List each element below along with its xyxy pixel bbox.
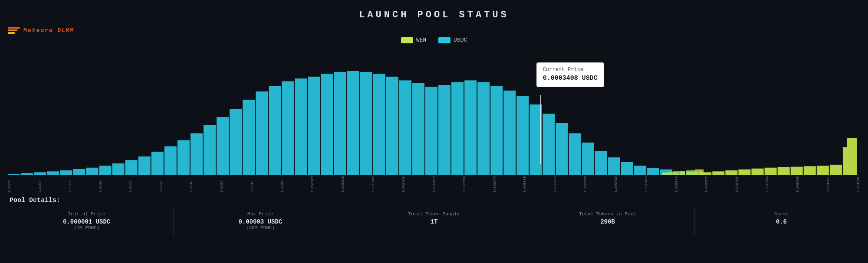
- svg-rect-55: [725, 170, 737, 175]
- x-label: 0.0707: [220, 176, 224, 192]
- svg-rect-7: [99, 166, 111, 175]
- max-price-label: Max Price: [174, 211, 347, 217]
- svg-rect-60: [791, 167, 803, 175]
- svg-rect-19: [256, 91, 268, 175]
- svg-rect-46: [608, 157, 620, 175]
- svg-rect-31: [412, 83, 424, 175]
- page-title: LAUNCH POOL STATUS: [0, 0, 868, 25]
- x-label: 0.0001075: [311, 176, 314, 192]
- svg-rect-30: [399, 80, 411, 175]
- svg-rect-24: [321, 74, 333, 175]
- svg-rect-29: [386, 77, 398, 175]
- legend-label-wen: WEN: [416, 37, 426, 43]
- legend-item-wen: WEN: [401, 37, 426, 43]
- chart-legend: WEN USDC: [0, 37, 868, 43]
- curve-label: Curve: [695, 211, 868, 217]
- x-label: 0.0002156: [463, 176, 466, 192]
- svg-rect-69: [675, 172, 679, 175]
- svg-rect-67: [695, 169, 704, 175]
- logo-icon: [8, 26, 20, 34]
- curve-value: 0.6: [695, 218, 868, 225]
- token-supply-value: 1T: [347, 218, 520, 225]
- svg-rect-72: [671, 172, 675, 175]
- svg-rect-34: [451, 82, 464, 175]
- svg-rect-14: [191, 133, 203, 175]
- x-label: 0.0009982: [796, 176, 799, 192]
- x-label: 0.0001419: [372, 176, 375, 192]
- token-supply-label: Total Token Supply: [347, 211, 520, 217]
- svg-rect-23: [308, 77, 320, 175]
- pool-detail-token-supply: Total Token Supply 1T: [347, 206, 521, 236]
- svg-rect-36: [477, 82, 490, 175]
- svg-rect-39: [516, 96, 529, 175]
- svg-rect-10: [138, 156, 151, 175]
- svg-rect-43: [569, 133, 581, 175]
- pool-detail-curve: Curve 0.6: [695, 206, 868, 236]
- x-label: 0.0813: [250, 176, 254, 192]
- x-label: 0.0004327: [614, 176, 618, 192]
- svg-rect-61: [804, 166, 816, 175]
- x-label: 0.0466: [129, 176, 132, 192]
- x-label: 0.0615: [190, 176, 193, 192]
- svg-rect-27: [360, 72, 372, 175]
- x-label: 0.0003765: [584, 176, 587, 192]
- svg-rect-9: [125, 160, 138, 175]
- x-label: 0.0004974: [644, 176, 648, 192]
- initial-price-value: 0.000001 USDC: [0, 218, 173, 225]
- svg-rect-57: [751, 169, 763, 175]
- svg-rect-44: [582, 143, 594, 175]
- x-label: 0.0001632: [402, 176, 405, 192]
- svg-rect-42: [556, 123, 568, 175]
- svg-rect-5: [73, 169, 85, 175]
- wen-swatch: [401, 37, 413, 43]
- x-label: 0.001519: [857, 176, 860, 192]
- x-label: 0.0008984: [766, 176, 769, 192]
- pool-detail-max-price: Max Price 0.00003 USDC (30M FDMC): [174, 206, 347, 236]
- x-label: 0.0307: [38, 176, 42, 192]
- svg-rect-17: [230, 109, 242, 175]
- svg-rect-21: [282, 81, 294, 175]
- svg-rect-13: [178, 140, 190, 175]
- x-label: 0.0003275: [553, 176, 557, 192]
- x-label: 0.0535: [159, 176, 163, 192]
- svg-rect-35: [464, 80, 477, 175]
- tokens-in-pool-value: 200B: [521, 218, 694, 225]
- chart-container: Current Price 0.0003408 USDC: [0, 45, 868, 175]
- svg-rect-3: [47, 171, 59, 175]
- x-label: 0.0001876: [432, 176, 436, 192]
- svg-rect-71: [667, 172, 671, 175]
- svg-rect-47: [621, 162, 633, 175]
- max-price-sub: (30M FDMC): [174, 225, 347, 231]
- max-price-value: 0.00003 USDC: [174, 218, 347, 225]
- svg-rect-49: [647, 168, 659, 175]
- x-axis-labels: 0.0267 0.0307 0.0353 0.0405 0.0466 0.053…: [0, 176, 868, 192]
- svg-rect-59: [778, 167, 790, 175]
- svg-rect-11: [151, 152, 164, 175]
- legend-item-usdc: USDC: [438, 37, 467, 43]
- svg-rect-48: [634, 166, 646, 175]
- svg-rect-26: [347, 71, 359, 175]
- svg-rect-1: [21, 173, 33, 175]
- x-label: 0.0935: [281, 176, 284, 192]
- x-label: 0.0405: [99, 176, 102, 192]
- x-label: 0.0267: [8, 176, 11, 192]
- pool-detail-initial-price: Initial Price 0.000001 USDC (1M FDMC): [0, 206, 174, 236]
- svg-rect-15: [204, 125, 216, 175]
- svg-rect-65: [847, 138, 857, 175]
- svg-rect-56: [738, 169, 750, 175]
- x-label: 0.0001235: [341, 176, 345, 192]
- pool-details-header: Pool Details:: [0, 192, 868, 206]
- x-label: 0.0002479: [493, 176, 496, 192]
- chart-wrapper: Current Price 0.0003408 USDC: [8, 45, 860, 175]
- x-label: 0.0007554: [735, 176, 739, 192]
- legend-label-usdc: USDC: [454, 37, 467, 43]
- svg-rect-12: [164, 146, 177, 175]
- svg-rect-37: [490, 86, 503, 175]
- svg-rect-2: [34, 172, 46, 175]
- initial-price-sub: (1M FDMC): [0, 225, 173, 231]
- x-label: 0.001147: [826, 176, 830, 192]
- svg-rect-66: [686, 170, 695, 175]
- svg-rect-38: [503, 91, 516, 175]
- initial-price-label: Initial Price: [0, 211, 173, 217]
- svg-rect-18: [243, 100, 255, 175]
